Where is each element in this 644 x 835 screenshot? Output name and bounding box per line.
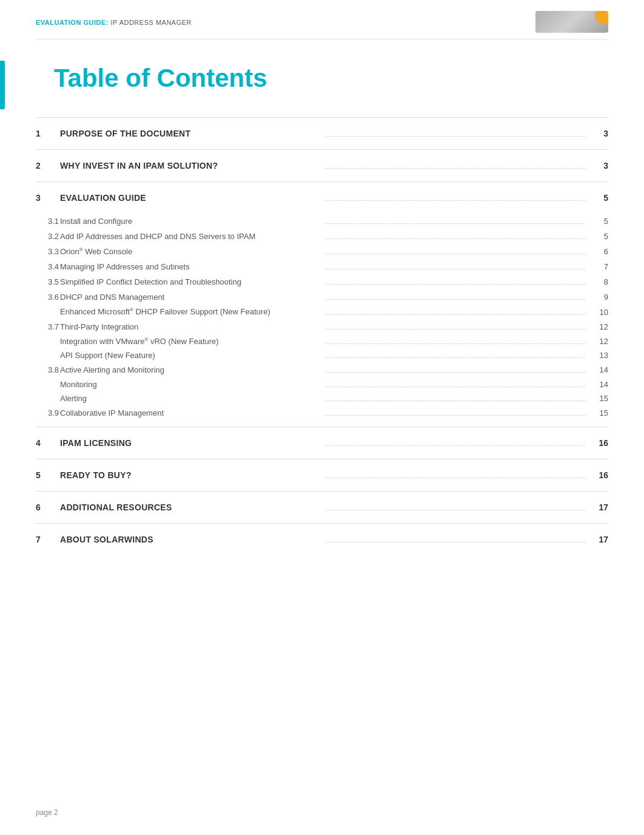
- toc-sub-num-3-9: 3.9: [36, 408, 60, 418]
- toc-title-2: WHY INVEST IN AN IPAM SOLUTION?: [60, 161, 320, 171]
- toc-dots-6: [325, 510, 585, 510]
- toc-subsub-title-3-8-1: Monitoring: [60, 380, 320, 389]
- toc-title-4: IPAM LICENSING: [60, 438, 320, 448]
- page-footer: page 2: [36, 808, 58, 817]
- toc-sub-page-3-6: 9: [590, 292, 608, 302]
- toc-sub-title-3-3: Orion® Web Console: [60, 247, 320, 256]
- toc-sub-dots-3-3: [325, 254, 585, 254]
- toc-sub-num-3-3: 3.3: [36, 247, 60, 256]
- toc-title-7: ABOUT SOLARWINDS: [60, 535, 320, 544]
- toc-sub-num-3-5: 3.5: [36, 277, 60, 286]
- toc-sub-title-3-6: DHCP and DNS Management: [60, 292, 320, 302]
- page-number: page 2: [36, 808, 58, 817]
- toc-sub-page-3-5: 8: [590, 277, 608, 286]
- toc-sub-3-1: 3.1 Install and Configure 5: [36, 214, 608, 229]
- toc-sub-title-3-8: Active Alerting and Monitoring: [60, 365, 320, 374]
- toc-num-1: 1: [36, 129, 60, 138]
- toc-sub-page-3-9: 15: [590, 408, 608, 418]
- toc-page-5: 16: [590, 470, 608, 480]
- page: EVALUATION GUIDE: IP ADDRESS MANAGER Tab…: [0, 0, 644, 835]
- toc-subsub-3-7-2: API Support (New Feature) 13: [36, 348, 608, 362]
- toc-title-1: PURPOSE OF THE DOCUMENT: [60, 129, 320, 138]
- toc-entry-5: 5 READY TO BUY? 16: [36, 459, 608, 491]
- toc-sub-3-9: 3.9 Collaborative IP Management 15: [36, 405, 608, 421]
- toc-dots-7: [325, 542, 585, 543]
- toc-subsub-dots-3-8-1: [325, 387, 585, 387]
- toc-sub-page-3-4: 7: [590, 262, 608, 271]
- toc-title-6: ADDITIONAL RESOURCES: [60, 502, 320, 512]
- toc-sub-page-3-1: 5: [590, 217, 608, 226]
- toc-dots-4: [325, 445, 585, 446]
- toc-sub-page-3-8: 14: [590, 365, 608, 374]
- top-bar: EVALUATION GUIDE: IP ADDRESS MANAGER: [36, 0, 608, 39]
- toc-section3-subs: 3.1 Install and Configure 5 3.2 Add IP A…: [36, 214, 608, 427]
- toc-sub-dots-3-7: [325, 329, 585, 330]
- toc-subsub-page-3-7-2: 13: [590, 351, 608, 360]
- toc-subsub-page-3-7-1: 12: [590, 337, 608, 346]
- toc-sub-page-3-7: 12: [590, 322, 608, 331]
- toc-dots-5: [325, 478, 585, 478]
- toc-sub-num-3-6: 3.6: [36, 292, 60, 302]
- toc-subsub-title-3-8-2: Alerting: [60, 394, 320, 403]
- toc-sub-dots-3-8: [325, 372, 585, 373]
- toc-sub-num-3-7: 3.7: [36, 322, 60, 331]
- logo: [535, 11, 608, 33]
- toc-sub-page-3-2: 5: [590, 232, 608, 241]
- toc-page-6: 17: [590, 502, 608, 512]
- toc-page-3: 5: [590, 193, 608, 203]
- toc-subsub-3-7-1: Integration with VMware® vRO (New Featur…: [36, 334, 608, 348]
- toc-sub-3-4: 3.4 Managing IP Addresses and Subnets 7: [36, 259, 608, 274]
- toc-entry-4: 4 IPAM LICENSING 16: [36, 427, 608, 459]
- toc-sub-3-7: 3.7 Third-Party Integration 12: [36, 319, 608, 334]
- toc-sub-title-3-4: Managing IP Addresses and Subnets: [60, 262, 320, 271]
- page-title: Table of Contents: [36, 64, 608, 93]
- toc-subsub-page-3-8-1: 14: [590, 380, 608, 389]
- toc-entry-1: 1 PURPOSE OF THE DOCUMENT 3: [36, 117, 608, 149]
- toc-dots-3: [325, 200, 585, 201]
- toc-page-4: 16: [590, 438, 608, 448]
- toc-sub-num-3-1: 3.1: [36, 217, 60, 226]
- toc-sub-dots-3-2: [325, 238, 585, 239]
- toc-title-5: READY TO BUY?: [60, 470, 320, 480]
- toc-title-3: EVALUATION GUIDE: [60, 193, 320, 203]
- toc-sub-num-3-4: 3.4: [36, 262, 60, 271]
- toc-sub-3-3: 3.3 Orion® Web Console 6: [36, 244, 608, 259]
- toc-sub-dots-3-1: [325, 223, 585, 224]
- toc-entry-7: 7 ABOUT SOLARWINDS 17: [36, 523, 608, 555]
- toc-page-7: 17: [590, 535, 608, 544]
- toc-subsub-title-3-6-1: Enhanced Microsoft® DHCP Failover Suppor…: [60, 307, 320, 316]
- toc-dots-2: [325, 168, 585, 169]
- toc-sub-title-3-9: Collaborative IP Management: [60, 408, 320, 418]
- toc-sub-title-3-5: Simplified IP Conflict Detection and Tro…: [60, 277, 320, 286]
- toc-sub-title-3-2: Add IP Addresses and DHCP and DNS Server…: [60, 232, 320, 241]
- toc-container: 1 PURPOSE OF THE DOCUMENT 3 2 WHY INVEST…: [36, 117, 608, 555]
- eval-guide-label: EVALUATION GUIDE: IP ADDRESS MANAGER: [36, 16, 192, 27]
- toc-sub-num-3-2: 3.2: [36, 232, 60, 241]
- toc-num-4: 4: [36, 438, 60, 448]
- toc-sub-dots-3-6: [325, 299, 585, 300]
- toc-subsub-title-3-7-2: API Support (New Feature): [60, 351, 320, 360]
- toc-subsub-page-3-8-2: 15: [590, 394, 608, 403]
- toc-entry-2: 2 WHY INVEST IN AN IPAM SOLUTION? 3: [36, 149, 608, 181]
- toc-subsub-3-6-1: Enhanced Microsoft® DHCP Failover Suppor…: [36, 305, 608, 319]
- toc-sub-3-8: 3.8 Active Alerting and Monitoring 14: [36, 362, 608, 377]
- toc-num-5: 5: [36, 470, 60, 480]
- toc-sub-3-6: 3.6 DHCP and DNS Management 9: [36, 289, 608, 305]
- toc-sub-page-3-3: 6: [590, 247, 608, 256]
- toc-dots-1: [325, 136, 585, 137]
- toc-sub-title-3-7: Third-Party Integration: [60, 322, 320, 331]
- toc-sub-dots-3-9: [325, 415, 585, 416]
- toc-subsub-3-8-1: Monitoring 14: [36, 377, 608, 391]
- toc-entry-6: 6 ADDITIONAL RESOURCES 17: [36, 491, 608, 523]
- toc-num-6: 6: [36, 502, 60, 512]
- toc-subsub-dots-3-6-1: [325, 314, 585, 315]
- toc-num-3: 3: [36, 193, 60, 203]
- toc-sub-dots-3-5: [325, 284, 585, 285]
- toc-entry-3: 3 EVALUATION GUIDE 5: [36, 181, 608, 214]
- accent-bar: [0, 61, 5, 109]
- toc-num-7: 7: [36, 535, 60, 544]
- toc-page-2: 3: [590, 161, 608, 171]
- toc-sub-num-3-8: 3.8: [36, 365, 60, 374]
- toc-sub-3-5: 3.5 Simplified IP Conflict Detection and…: [36, 274, 608, 289]
- toc-num-2: 2: [36, 161, 60, 171]
